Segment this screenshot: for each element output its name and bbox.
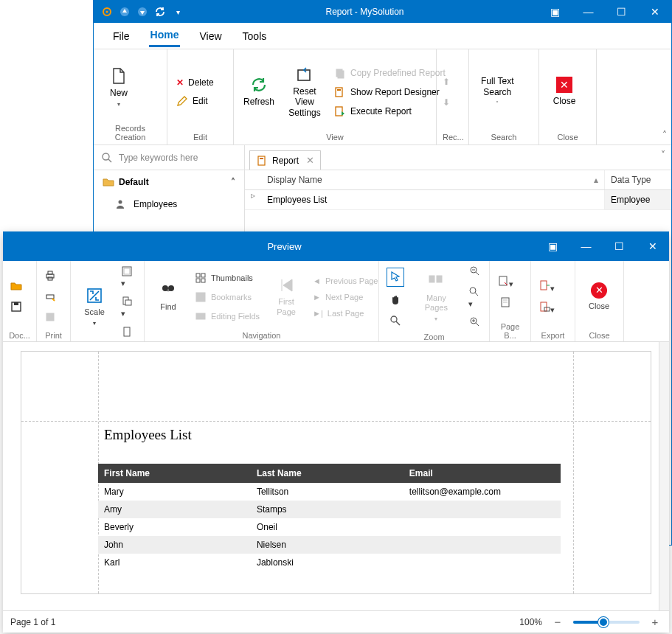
minimize-button[interactable]: —	[569, 235, 603, 257]
chevron-up-icon[interactable]: ˄	[231, 177, 235, 187]
execute-report-button[interactable]: Execute Report	[331, 104, 448, 119]
close-button[interactable]: ✕	[636, 235, 669, 257]
close-icon: ✕	[591, 282, 607, 299]
mdi-icon[interactable]: ▣	[536, 235, 569, 257]
minimize-button[interactable]: —	[572, 1, 605, 23]
group-export: Export	[536, 330, 570, 340]
ribbon-collapse-icon[interactable]: ˄	[662, 130, 667, 140]
svg-rect-21	[46, 313, 54, 321]
maximize-button[interactable]: ☐	[605, 1, 638, 23]
close-icon: ✕	[556, 77, 572, 93]
export-to-icon[interactable]: ▾	[538, 279, 555, 293]
mdi-icon[interactable]: ▣	[538, 1, 572, 23]
menu-view[interactable]: View	[198, 26, 223, 46]
nav-prev-icon[interactable]: ⬆	[443, 77, 450, 87]
col-first-name: First Name	[98, 464, 251, 483]
hand-tool-icon[interactable]	[389, 294, 401, 307]
full-text-search-button[interactable]: Full Text Search˅	[475, 73, 519, 110]
magnifier-icon[interactable]	[389, 315, 401, 328]
open-icon[interactable]	[10, 280, 22, 293]
group-close: Close	[545, 131, 590, 143]
new-button[interactable]: New▾	[100, 64, 138, 111]
show-designer-button[interactable]: Show Report Designer	[331, 85, 448, 100]
preview-close-button[interactable]: ✕Close	[580, 279, 618, 314]
sort-icon[interactable]: ▴	[594, 175, 598, 185]
scrollbar[interactable]	[659, 342, 669, 610]
menu-home[interactable]: Home	[149, 24, 181, 47]
svg-rect-33	[201, 279, 205, 282]
scale-button[interactable]: Scale▾	[75, 284, 114, 330]
pointer-tool-icon[interactable]	[387, 268, 404, 287]
nav-item-employees[interactable]: Employees	[94, 194, 244, 215]
search-placeholder: Type keywords here	[119, 153, 198, 163]
watermark-icon[interactable]	[499, 296, 511, 310]
table-row: BeverlyOneil	[98, 518, 561, 536]
zoom-out-button[interactable]: −	[551, 616, 564, 628]
col-email: Email	[403, 464, 561, 483]
keyword-search[interactable]: Type keywords here	[94, 145, 245, 170]
save-icon[interactable]	[10, 301, 22, 314]
zoom-in-button[interactable]: +	[648, 616, 662, 628]
close-record-button[interactable]: ✕Close	[545, 74, 583, 109]
qat-customize-icon[interactable]: ▾	[172, 6, 184, 18]
down-arrow-icon[interactable]	[136, 6, 148, 18]
margins-icon[interactable]: ▾	[121, 265, 136, 288]
group-search: Search	[475, 131, 533, 143]
close-button[interactable]: ✕	[638, 1, 671, 23]
table-row: KarlJablonski	[98, 554, 561, 571]
edit-button[interactable]: Edit	[173, 94, 217, 108]
svg-rect-12	[258, 156, 265, 165]
gear-icon[interactable]	[101, 6, 113, 18]
next-page-button: ► Next Page	[310, 291, 381, 303]
row-expand-icon[interactable]: ▹	[245, 190, 261, 209]
find-button[interactable]: Find	[149, 279, 187, 315]
zoom-slider[interactable]	[573, 621, 640, 624]
thumbnails-button[interactable]: Thumbnails	[192, 271, 263, 285]
tab-dropdown-icon[interactable]: ˅	[661, 150, 665, 160]
svg-rect-31	[201, 274, 205, 277]
send-email-icon[interactable]: ▾	[538, 301, 555, 315]
refresh-icon[interactable]	[154, 6, 166, 18]
delete-button[interactable]: ✕Delete	[173, 76, 217, 89]
svg-rect-13	[260, 158, 263, 159]
page-indicator: Page 1 of 1	[10, 617, 55, 627]
document-tab-report[interactable]: Report ✕	[249, 150, 321, 170]
zoom-out-icon[interactable]	[469, 265, 481, 279]
svg-rect-26	[125, 300, 131, 305]
svg-rect-4	[298, 70, 310, 80]
nav-next-icon[interactable]: ⬇	[443, 97, 450, 108]
column-data-type[interactable]: Data Type	[605, 170, 671, 189]
svg-point-14	[119, 201, 122, 204]
zoom-in-icon[interactable]	[469, 316, 481, 330]
quick-print-icon[interactable]	[44, 290, 56, 304]
svg-rect-35	[196, 313, 205, 319]
nav-group-default[interactable]: Default ˄	[94, 170, 244, 194]
svg-line-48	[476, 323, 479, 326]
svg-rect-20	[46, 295, 54, 299]
report-title: Employees List	[104, 427, 192, 443]
svg-rect-39	[437, 276, 442, 282]
grid-row[interactable]: ▹ Employees List Employee	[245, 190, 671, 210]
print-icon[interactable]	[44, 270, 56, 283]
reset-view-button[interactable]: Reset View Settings	[285, 63, 324, 121]
svg-rect-7	[336, 88, 342, 97]
group-view: View	[240, 131, 430, 143]
group-rec: Rec...	[443, 131, 463, 143]
zoom-level-icon[interactable]: ▾	[468, 286, 482, 309]
group-edit: Edit	[173, 131, 227, 143]
window-title: Report - MySolution	[191, 7, 538, 17]
page-bg-icon[interactable]: ▾	[497, 275, 513, 289]
orientation-icon[interactable]: ▾	[121, 296, 136, 318]
refresh-button[interactable]: Refresh	[240, 73, 278, 110]
group-doc: Doc...	[7, 330, 32, 340]
menu-file[interactable]: File	[111, 26, 131, 46]
group-page-background: Page B...	[494, 321, 526, 340]
menu-tools[interactable]: Tools	[241, 26, 269, 46]
up-arrow-icon[interactable]	[119, 6, 131, 18]
document-viewer[interactable]: Employees List First Name Last Name Emai…	[3, 342, 669, 610]
first-page-button: First Page	[267, 274, 305, 319]
tab-close-icon[interactable]: ✕	[306, 155, 314, 166]
svg-rect-6	[338, 71, 344, 78]
maximize-button[interactable]: ☐	[603, 235, 636, 257]
column-display-name[interactable]: Display Name▴	[261, 170, 605, 189]
